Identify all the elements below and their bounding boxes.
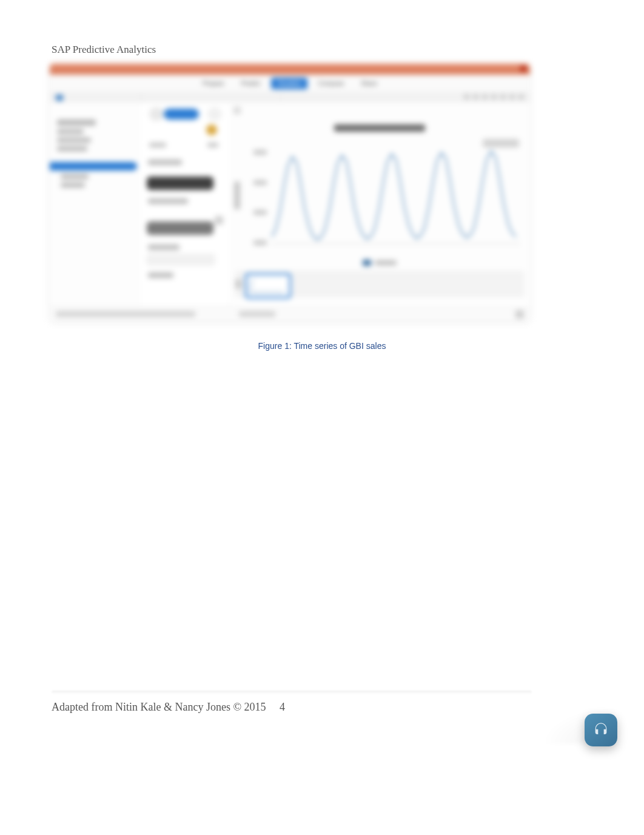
status-left-text <box>56 311 195 317</box>
expand-icon[interactable] <box>215 216 223 225</box>
footer-rule <box>52 691 532 694</box>
line-chart[interactable] <box>272 150 520 245</box>
sidebar-section-label <box>57 120 96 126</box>
status-bar <box>50 306 530 322</box>
y-axis-label <box>234 181 240 209</box>
app-mode-tabs: Prepare Predict Visualize Compose Share <box>50 75 530 92</box>
sap-lumira-screenshot: Prepare Predict Visualize Compose Share <box>50 64 530 322</box>
measure-pill[interactable] <box>147 177 213 190</box>
toggle-label <box>149 143 166 147</box>
dimensions-label <box>148 198 188 204</box>
trellis-dropzone[interactable] <box>147 254 215 265</box>
legend-label <box>375 260 397 265</box>
sidebar-subitem[interactable] <box>61 174 89 179</box>
tab-predict[interactable]: Predict <box>235 78 266 89</box>
headset-icon <box>592 722 609 739</box>
filmstrip-handle[interactable] <box>235 279 241 289</box>
chart-config-panel <box>141 103 230 322</box>
legend-swatch <box>363 260 371 266</box>
y-axis-ticks <box>253 150 267 245</box>
status-settings-icon[interactable] <box>515 310 524 319</box>
status-center-text <box>239 311 275 317</box>
chart-type-toggle-left[interactable] <box>149 107 164 121</box>
chart-type-toggle-right[interactable] <box>207 107 222 121</box>
chart-type-toggle-active[interactable] <box>164 109 199 120</box>
chart-thumbnail-selected[interactable] <box>245 273 291 299</box>
extra-label <box>148 272 173 278</box>
toolbar-actions[interactable] <box>464 94 524 100</box>
chart-toolbar <box>50 92 530 103</box>
toolbar-icon[interactable] <box>56 95 63 101</box>
dimension-pill[interactable] <box>147 221 213 235</box>
figure-caption: Figure 1: Time series of GBI sales <box>0 341 644 351</box>
chart-legend <box>483 139 519 147</box>
sidebar-item[interactable] <box>57 129 84 134</box>
chart-title <box>334 124 425 132</box>
chart-options-icon[interactable] <box>206 124 217 135</box>
page-number: 4 <box>280 701 285 713</box>
chart-canvas-area <box>229 103 530 301</box>
chart-thumbnail-strip <box>235 271 524 297</box>
measures-label <box>148 160 182 165</box>
chart-legend-bottom <box>363 260 397 266</box>
window-close-button[interactable] <box>520 66 526 72</box>
trellis-label <box>148 245 179 250</box>
sidebar-item-active[interactable] <box>50 162 137 171</box>
chart-menu-icon[interactable] <box>233 106 241 115</box>
window-titlebar <box>50 64 530 75</box>
tab-visualize[interactable]: Visualize <box>271 78 307 89</box>
document-header: SAP Predictive Analytics <box>52 44 156 56</box>
tab-compose[interactable]: Compose <box>312 78 351 89</box>
sidebar-item[interactable] <box>57 146 87 151</box>
tab-prepare[interactable]: Prepare <box>196 78 230 89</box>
help-floating-button[interactable] <box>585 714 617 746</box>
sidebar-subitem[interactable] <box>61 183 85 188</box>
sidebar-item[interactable] <box>57 138 91 143</box>
footer-text: Adapted from Nitin Kale & Nancy Jones © … <box>52 701 266 713</box>
tab-share[interactable]: Share <box>355 78 383 89</box>
left-sidebar <box>50 103 141 322</box>
toggle-label <box>207 143 218 147</box>
page-footer: Adapted from Nitin Kale & Nancy Jones © … <box>52 701 285 714</box>
